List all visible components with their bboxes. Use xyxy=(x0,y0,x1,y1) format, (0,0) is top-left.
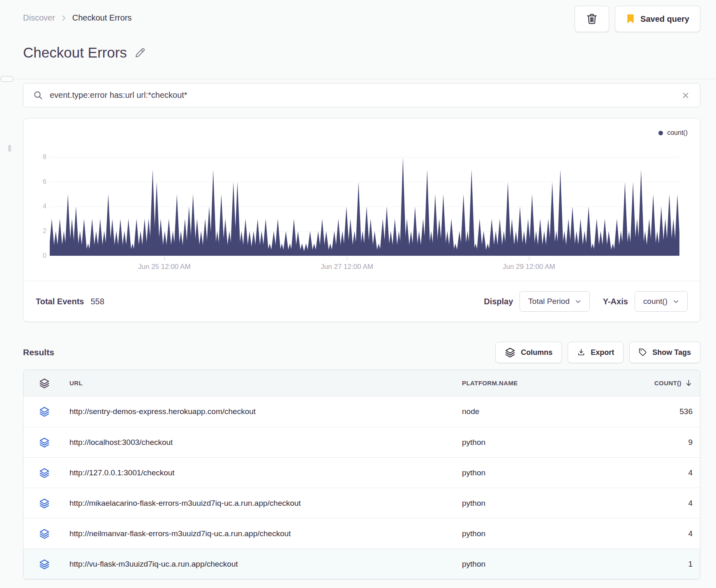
x-axis-tick xyxy=(164,257,165,260)
chevron-down-icon xyxy=(575,299,581,305)
stack-icon[interactable] xyxy=(39,437,50,448)
yaxis-dropdown[interactable]: count() xyxy=(635,291,688,312)
chart-plot xyxy=(50,157,679,256)
display-label: Display xyxy=(484,297,513,306)
results-table: URL PLATFORM.NAME COUNT() http://sentry-… xyxy=(23,370,700,579)
chart-controls: Display Total Period Y-Axis count() xyxy=(484,291,688,312)
x-axis-tick xyxy=(529,257,529,260)
search-icon xyxy=(33,90,43,100)
x-axis-label: Jun 29 12:00 AM xyxy=(503,263,555,271)
total-events: Total Events 558 xyxy=(36,297,104,306)
chevron-down-icon xyxy=(673,299,679,305)
stack-icon xyxy=(505,347,515,358)
header-actions: Saved query xyxy=(575,6,700,32)
stack-icon[interactable] xyxy=(39,468,50,478)
column-header-platform[interactable]: PLATFORM.NAME xyxy=(462,380,612,387)
export-button-label: Export xyxy=(591,348,614,357)
row-count: 9 xyxy=(612,438,700,447)
legend-dot xyxy=(658,131,663,135)
row-url[interactable]: http://mikaelacarino-flask-errors-m3uuiz… xyxy=(69,499,301,508)
stack-icon[interactable] xyxy=(39,498,50,509)
column-header-count[interactable]: COUNT() xyxy=(612,379,700,387)
title-row: Checkout Errors xyxy=(23,44,700,61)
display-value: Total Period xyxy=(528,297,569,306)
url-cell: http://vu-flask-m3uuizd7iq-uc.a.run.app/… xyxy=(23,559,462,569)
stack-icon[interactable] xyxy=(39,528,50,539)
url-header-cell: URL xyxy=(23,378,462,389)
chart-footer: Total Events 558 Display Total Period Y-… xyxy=(23,281,700,322)
table-row[interactable]: http://localhost:3003/checkoutpython9 xyxy=(23,427,700,457)
row-url[interactable]: http://127.0.0.1:3001/checkout xyxy=(69,468,175,477)
stack-icon[interactable] xyxy=(39,559,50,569)
url-cell: http://neilmanvar-flask-errors-m3uuizd7i… xyxy=(23,528,462,539)
search-input[interactable] xyxy=(50,90,674,100)
stack-icon[interactable] xyxy=(39,378,50,389)
url-cell: http://localhost:3003/checkout xyxy=(23,437,462,448)
table-row[interactable]: http://neilmanvar-flask-errors-m3uuizd7i… xyxy=(23,518,700,549)
row-url[interactable]: http://neilmanvar-flask-errors-m3uuizd7i… xyxy=(69,529,291,538)
columns-button[interactable]: Columns xyxy=(495,342,562,363)
y-axis-label: 8 xyxy=(23,153,46,162)
bookmark-icon xyxy=(626,14,635,24)
tag-icon xyxy=(639,348,647,357)
x-axis-tick xyxy=(347,257,347,260)
row-platform: node xyxy=(462,407,612,416)
x-axis-label: Jun 27 12:00 AM xyxy=(321,263,373,271)
table-row[interactable]: http://mikaelacarino-flask-errors-m3uuiz… xyxy=(23,488,700,518)
table-body: http://sentry-demos-express.herokuapp.co… xyxy=(23,396,700,579)
results-header: Results Columns Export Show Tags xyxy=(23,342,700,363)
search-bar xyxy=(23,83,700,107)
download-icon xyxy=(577,348,585,357)
legend-label: count() xyxy=(667,129,688,137)
row-platform: python xyxy=(462,499,612,508)
chart-legend[interactable]: count() xyxy=(658,129,688,137)
sidebar-drag-handle[interactable] xyxy=(8,145,11,152)
table-row[interactable]: http://127.0.0.1:3001/checkoutpython4 xyxy=(23,457,700,488)
url-cell: http://sentry-demos-express.herokuapp.co… xyxy=(23,406,462,417)
row-platform: python xyxy=(462,438,612,447)
trash-icon xyxy=(586,13,598,25)
show-tags-button[interactable]: Show Tags xyxy=(629,342,700,363)
row-count: 1 xyxy=(612,560,700,569)
export-button[interactable]: Export xyxy=(568,342,624,363)
breadcrumb: Discover Checkout Errors xyxy=(23,13,132,23)
row-url[interactable]: http://localhost:3003/checkout xyxy=(69,438,173,447)
total-events-value: 558 xyxy=(90,297,104,306)
top-bar: Discover Checkout Errors Saved query xyxy=(23,0,700,32)
column-header-url[interactable]: URL xyxy=(69,380,83,387)
discover-page: Discover Checkout Errors Saved query Che… xyxy=(0,0,716,588)
url-cell: http://mikaelacarino-flask-errors-m3uuiz… xyxy=(23,498,462,509)
columns-button-label: Columns xyxy=(521,348,552,357)
table-row[interactable]: http://vu-flask-m3uuizd7iq-uc.a.run.app/… xyxy=(23,549,700,579)
page-title: Checkout Errors xyxy=(23,44,127,61)
yaxis-label: Y-Axis xyxy=(603,297,628,306)
pencil-icon[interactable] xyxy=(134,47,146,58)
table-header: URL PLATFORM.NAME COUNT() xyxy=(23,370,700,396)
breadcrumb-discover[interactable]: Discover xyxy=(23,13,55,23)
saved-query-button[interactable]: Saved query xyxy=(615,6,700,32)
header-divider xyxy=(0,79,716,79)
chart-card: count() 02468 Jun 25 12:00 AMJun 27 12:0… xyxy=(23,118,700,322)
delete-query-button[interactable] xyxy=(575,6,609,32)
row-count: 4 xyxy=(612,468,700,477)
row-platform: python xyxy=(462,560,612,569)
row-url[interactable]: http://vu-flask-m3uuizd7iq-uc.a.run.app/… xyxy=(69,560,238,569)
row-count: 4 xyxy=(612,529,700,538)
results-buttons: Columns Export Show Tags xyxy=(495,342,700,363)
panel-collapse-handle[interactable] xyxy=(1,76,13,82)
show-tags-button-label: Show Tags xyxy=(652,348,691,357)
stack-icon[interactable] xyxy=(39,406,50,417)
table-row[interactable]: http://sentry-demos-express.herokuapp.co… xyxy=(23,396,700,427)
chevron-right-icon xyxy=(60,14,67,22)
row-count: 536 xyxy=(612,407,700,416)
row-url[interactable]: http://sentry-demos-express.herokuapp.co… xyxy=(69,407,256,416)
total-events-label: Total Events xyxy=(36,297,84,306)
count-header-label: COUNT() xyxy=(654,380,681,387)
y-axis-label: 2 xyxy=(23,227,46,236)
row-platform: python xyxy=(462,468,612,477)
row-platform: python xyxy=(462,529,612,538)
display-dropdown[interactable]: Total Period xyxy=(520,291,589,312)
chart-plot-area xyxy=(50,157,679,256)
y-axis-label: 0 xyxy=(23,251,46,260)
clear-icon[interactable] xyxy=(681,91,690,100)
